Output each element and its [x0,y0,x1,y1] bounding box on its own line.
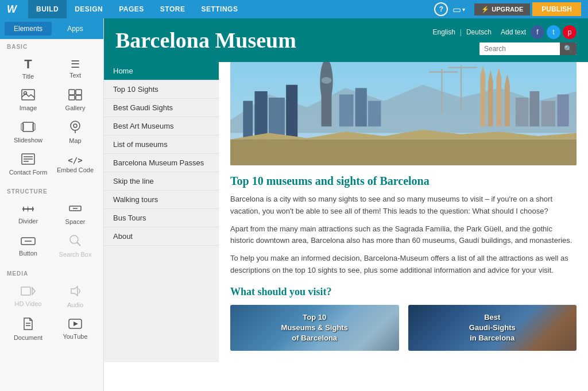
image-label: Image [20,104,37,111]
site-content: Top 10 museums and sights of Barcelona B… [219,62,588,362]
tab-apps[interactable]: Apps [52,22,99,36]
nav-settings[interactable]: SETTINGS [193,0,246,18]
element-button[interactable]: Button [5,229,52,261]
svg-rect-57 [516,98,528,126]
structure-elements-grid: Divider Spacer Button Search Box [0,197,103,266]
svg-rect-36 [254,91,267,140]
nav-art-museums[interactable]: Best Art Museums [104,117,219,136]
card2-text: BestGaudi-Sightsin Barcelona [469,312,516,344]
site-lang-bar: English | Deutsch Add text f t p [432,25,577,39]
map-label: Map [69,137,81,144]
spacer-icon [68,203,82,216]
svg-rect-60 [558,95,569,127]
element-gallery[interactable]: Gallery [52,83,99,115]
search-button[interactable]: 🔍 [560,42,577,55]
twitter-icon[interactable]: t [547,25,560,39]
card1-text: Top 10Museums & Sightsof Barcelona [281,312,348,344]
nav-build[interactable]: BUILD [28,0,67,18]
gallery-icon [68,89,82,102]
element-map[interactable]: Map [52,115,99,148]
section-basic-label: BASIC [0,39,103,52]
slideshow-icon [21,121,36,134]
svg-rect-40 [322,95,332,127]
publish-button[interactable]: PUBLISH [532,2,581,16]
nav-skip-line[interactable]: Skip the line [104,172,219,191]
nav-walking-tours[interactable]: Walking tours [104,191,219,209]
nav-gaudi[interactable]: Best Gaudi Sights [104,99,219,117]
nav-store[interactable]: STORE [152,0,194,18]
monitor-button[interactable]: ▭▾ [452,4,465,15]
map-icon [69,121,82,135]
card-top10[interactable]: Top 10Museums & Sightsof Barcelona [230,305,399,351]
add-text-label[interactable]: Add text [501,28,526,36]
site-header: Barcelona Museum English | Deutsch Add t… [104,18,588,62]
embed-code-icon: </> [68,156,82,164]
sidebar-tabs: Elements Apps [0,18,103,39]
nav-list-museums[interactable]: List of museums [104,136,219,154]
upgrade-button[interactable]: ⚡UPGRADE [474,3,530,16]
svg-rect-35 [243,101,253,140]
button-label: Button [19,250,37,257]
svg-rect-59 [541,101,556,127]
nav-passes[interactable]: Barcelona Museum Passes [104,154,219,172]
site-title: Barcelona Museum [115,28,296,53]
search-input[interactable] [479,42,560,55]
element-slideshow[interactable]: Slideshow [5,115,52,148]
main-layout: Elements Apps BASIC T Title ☰ Text Image [0,18,588,391]
svg-rect-5 [76,95,82,100]
facebook-icon[interactable]: f [531,25,544,39]
element-document[interactable]: Document [5,312,52,344]
lang-deutsch[interactable]: Deutsch [466,28,492,36]
slideshow-label: Slideshow [14,137,42,144]
logo: W [7,3,17,16]
svg-marker-32 [74,322,78,326]
svg-rect-42 [339,95,354,127]
svg-rect-58 [529,91,539,126]
element-youtube[interactable]: YouTube [52,312,99,344]
nav-about[interactable]: About [104,227,219,246]
nav-home[interactable]: Home [104,62,219,80]
youtube-label: YouTube [63,333,87,340]
element-embed-code[interactable]: </> Embed Code [52,148,99,179]
svg-rect-55 [505,85,510,127]
element-audio[interactable]: Audio [52,279,99,312]
svg-marker-17 [28,206,29,212]
social-icons: f t p [531,25,577,39]
svg-rect-2 [69,90,75,95]
lang-english[interactable]: English [432,28,455,36]
element-search-box[interactable]: Search Box [52,229,99,261]
tab-elements[interactable]: Elements [5,22,52,36]
nav-design[interactable]: DESIGN [67,0,111,18]
element-image[interactable]: Image [5,83,52,115]
svg-rect-26 [21,287,30,295]
svg-rect-49 [481,75,486,126]
hd-video-icon [21,286,36,298]
youtube-icon [68,319,82,331]
element-contact-form[interactable]: Contact Form [5,148,52,179]
search-box-icon [69,234,82,249]
svg-rect-53 [496,79,501,127]
svg-point-9 [71,121,80,130]
svg-point-24 [70,235,78,243]
svg-point-41 [322,77,332,83]
element-title[interactable]: T Title [5,52,52,83]
svg-marker-61 [230,140,577,165]
element-text[interactable]: ☰ Text [52,52,99,83]
pinterest-icon[interactable]: p [563,25,577,39]
element-hd-video[interactable]: HD Video [5,279,52,312]
help-button[interactable]: ? [434,2,448,16]
svg-rect-43 [355,88,367,126]
top-nav: W BUILD DESIGN PAGES STORE SETTINGS ? ▭▾… [0,0,588,18]
card-gaudi[interactable]: BestGaudi-Sightsin Barcelona [408,305,577,351]
website-frame: Barcelona Museum English | Deutsch Add t… [104,18,588,391]
element-divider[interactable]: Divider [5,197,52,229]
element-spacer[interactable]: Spacer [52,197,99,229]
nav-pages[interactable]: PAGES [111,0,152,18]
card1-overlay: Top 10Museums & Sightsof Barcelona [230,305,399,351]
section-structure-label: STRUCTURE [0,184,103,197]
nav-bus-tours[interactable]: Bus Tours [104,209,219,227]
svg-point-10 [74,124,77,127]
svg-rect-6 [23,122,33,131]
nav-top10sights[interactable]: Top 10 Sights [104,80,219,99]
left-sidebar: Elements Apps BASIC T Title ☰ Text Image [0,18,104,391]
